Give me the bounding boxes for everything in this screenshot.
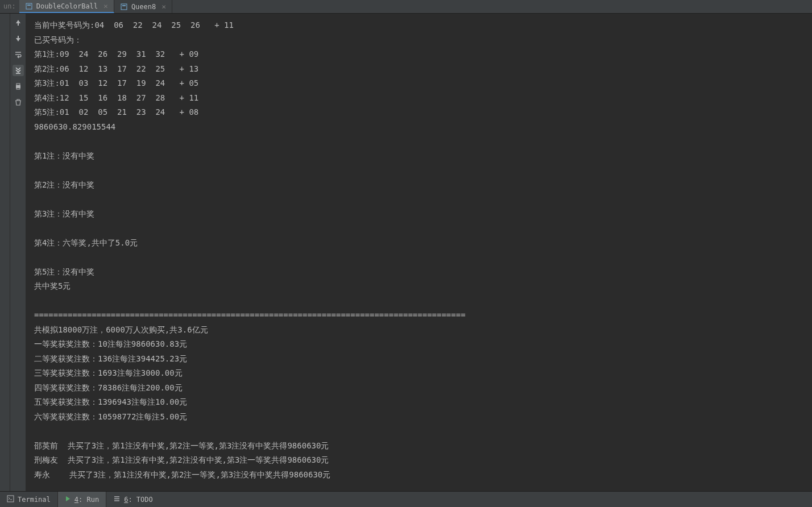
console-line: 9860630.829015544 — [34, 120, 804, 135]
console-line: 共中奖5元 — [34, 279, 804, 294]
console-line — [34, 134, 804, 149]
tab-doublecolorball[interactable]: DoubleColorBall × — [19, 0, 114, 13]
file-icon — [120, 3, 128, 11]
console-line: 第5注：没有中奖 — [34, 265, 804, 280]
console-line — [34, 221, 804, 236]
play-icon — [65, 496, 71, 504]
console-line — [34, 424, 804, 439]
run-toolbar — [10, 14, 26, 491]
bottom-toolbar: Terminal 4: Run 6: TODO — [0, 491, 812, 507]
soft-wrap-icon[interactable] — [13, 49, 24, 60]
terminal-label: Terminal — [18, 496, 51, 504]
console-line — [34, 294, 804, 309]
svg-rect-0 — [26, 3, 32, 9]
console-line: 当前中奖号码为:04 06 22 24 25 26 + 11 — [34, 18, 804, 33]
terminal-icon — [7, 495, 14, 504]
svg-rect-3 — [122, 5, 126, 6]
svg-rect-2 — [121, 4, 127, 10]
down-arrow-icon[interactable] — [13, 33, 24, 44]
console-line: 四等奖获奖注数：78386注每注200.00元 — [34, 381, 804, 396]
console-line: 第2注：没有中奖 — [34, 178, 804, 193]
tab-label: Queen8 — [131, 3, 156, 11]
todo-tool[interactable]: 6: TODO — [106, 492, 160, 507]
console-line — [34, 250, 804, 265]
svg-rect-6 — [16, 84, 20, 85]
console-line: 六等奖获奖注数：10598772注每注5.00元 — [34, 410, 804, 425]
console-line: 五等奖获奖注数：1396943注每注10.00元 — [34, 395, 804, 410]
console-line: 第1注：没有中奖 — [34, 149, 804, 164]
todo-label: 6: TODO — [124, 496, 153, 504]
console-output[interactable]: 当前中奖号码为:04 06 22 24 25 26 + 11已买号码为：第1注:… — [26, 14, 812, 491]
console-line: 第4注：六等奖,共中了5.0元 — [34, 236, 804, 251]
scroll-to-end-icon[interactable] — [13, 65, 24, 76]
run-label: 4: Run — [74, 496, 99, 504]
console-line: 第4注:12 15 16 18 27 28 + 11 — [34, 91, 804, 106]
console-line: 第3注：没有中奖 — [34, 207, 804, 222]
console-line: 二等奖获奖注数：136注每注394425.23元 — [34, 352, 804, 367]
console-line: 已买号码为： — [34, 33, 804, 48]
file-icon — [25, 2, 33, 10]
console-line: ========================================… — [34, 308, 804, 323]
tab-label: DoubleColorBall — [36, 2, 98, 10]
console-line: 第3注:01 03 12 17 19 24 + 05 — [34, 76, 804, 91]
terminal-tool[interactable]: Terminal — [0, 492, 57, 507]
left-gutter — [0, 14, 10, 491]
console-line: 共模拟18000万注，6000万人次购买,共3.6亿元 — [34, 323, 804, 338]
up-arrow-icon[interactable] — [13, 17, 24, 28]
tab-bar: DoubleColorBall × Queen8 × — [19, 0, 812, 13]
close-icon[interactable]: × — [161, 2, 166, 11]
svg-rect-7 — [16, 88, 20, 89]
console-line: 第1注:09 24 26 29 31 32 + 09 — [34, 47, 804, 62]
close-icon[interactable]: × — [103, 2, 108, 10]
console-line: 一等奖获奖注数：10注每注9860630.83元 — [34, 337, 804, 352]
console-line: 邵英前 共买了3注，第1注没有中奖,第2注一等奖,第3注没有中奖共得986063… — [34, 439, 804, 454]
trash-icon[interactable] — [13, 97, 24, 108]
console-line: 刑梅友 共买了3注，第1注没有中奖,第2注没有中奖,第3注一等奖共得986063… — [34, 453, 804, 468]
console-line: 三等奖获奖注数：1693注每注3000.00元 — [34, 366, 804, 381]
todo-icon — [113, 495, 121, 504]
tab-queen8[interactable]: Queen8 × — [114, 0, 172, 13]
svg-rect-1 — [27, 5, 31, 6]
console-line — [34, 192, 804, 207]
console-line: 寿永 共买了3注，第1注没有中奖,第2注一等奖,第3注没有中奖共得9860630… — [34, 468, 804, 483]
print-icon[interactable] — [13, 81, 24, 92]
run-tool[interactable]: 4: Run — [57, 492, 106, 507]
console-line: 第2注:06 12 13 17 22 25 + 13 — [34, 62, 804, 77]
console-line — [34, 163, 804, 178]
console-line: 第5注:01 02 05 21 23 24 + 08 — [34, 105, 804, 120]
run-label: un: — [0, 0, 19, 13]
svg-rect-8 — [7, 496, 14, 502]
